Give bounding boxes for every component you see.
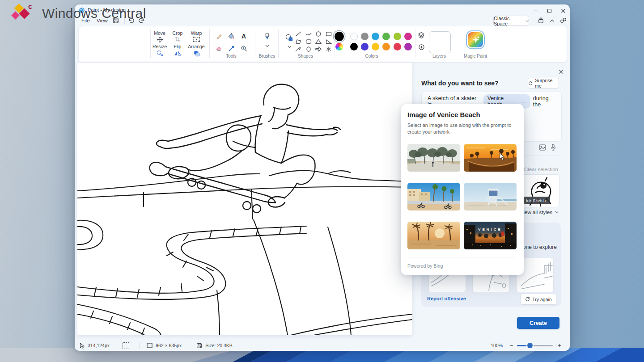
menu-file[interactable]: File: [77, 16, 94, 25]
try-again-label: Try again: [532, 297, 551, 302]
color-swatch[interactable]: [382, 43, 390, 51]
color-swatch[interactable]: [361, 43, 369, 51]
add-layer-button[interactable]: [417, 43, 426, 51]
venice-photo-boardwalk[interactable]: [407, 183, 460, 210]
magnifier-tool[interactable]: [238, 44, 249, 52]
color-swatch[interactable]: [394, 33, 401, 40]
color-swatch[interactable]: [394, 43, 401, 51]
eyedropper-tool[interactable]: [226, 44, 237, 52]
arrange-icon: [193, 50, 200, 57]
color-swatch[interactable]: [372, 43, 379, 51]
redo-button[interactable]: [137, 16, 147, 25]
menu-view[interactable]: View: [92, 16, 112, 25]
link-settings-button[interactable]: [559, 16, 568, 25]
colors-group-label: Colors: [359, 54, 384, 59]
brushes-button[interactable]: [262, 32, 272, 41]
pencil-icon: [216, 33, 222, 40]
ellipse-shape-icon: [315, 31, 322, 37]
create-button[interactable]: Create: [517, 317, 559, 329]
collapse-ribbon-button[interactable]: [547, 16, 556, 25]
arrange-button[interactable]: [187, 49, 206, 57]
eraser-tool[interactable]: [213, 44, 224, 52]
color-swatch[interactable]: [382, 33, 390, 40]
color-swatch[interactable]: [404, 33, 412, 40]
flip-icon: [174, 50, 181, 56]
venice-sign-art: VENICE: [464, 222, 517, 249]
microphone-button[interactable]: [549, 143, 557, 152]
selected-color-swatch[interactable]: [335, 32, 344, 41]
zoom-value: 100%: [491, 343, 503, 348]
shape-star[interactable]: [326, 46, 332, 52]
maximize-button[interactable]: [542, 5, 556, 16]
shape-quadrilateral[interactable]: [295, 39, 301, 44]
shape-ellipse[interactable]: [315, 31, 322, 37]
color-swatch[interactable]: [404, 43, 412, 51]
save-button[interactable]: [111, 16, 121, 25]
flip-button[interactable]: [169, 49, 186, 57]
right-triangle-shape-icon: [326, 39, 332, 44]
line-shape-icon: [295, 31, 301, 37]
selection-icon: [123, 342, 129, 349]
resize-button[interactable]: [151, 49, 168, 57]
color-swatch[interactable]: [372, 33, 379, 40]
add-image-button[interactable]: [538, 143, 547, 152]
color-swatch[interactable]: [350, 43, 358, 51]
zoom-slider[interactable]: [517, 345, 553, 346]
powered-by-bing: Powered by Bing: [407, 263, 443, 269]
close-button[interactable]: [556, 5, 570, 16]
shape-rounded-rectangle[interactable]: [305, 39, 312, 44]
venice-photo-venice-sign[interactable]: VENICE: [464, 222, 517, 249]
pencil-tool[interactable]: [213, 32, 224, 40]
shape-triangle[interactable]: [315, 39, 322, 44]
share-button[interactable]: [536, 16, 546, 25]
color-swatch[interactable]: [350, 33, 358, 40]
shape-line[interactable]: [295, 31, 301, 37]
save-icon: [113, 17, 119, 24]
color-swatch[interactable]: [361, 33, 369, 40]
minimize-button[interactable]: [529, 5, 542, 16]
crop-icon: [174, 36, 181, 42]
popup-divider: [407, 257, 517, 257]
crop-button[interactable]: [169, 36, 186, 43]
report-offensive-link[interactable]: Report offensive: [427, 296, 466, 301]
color-wheel-button[interactable]: [335, 43, 343, 51]
maximize-icon: [547, 8, 552, 13]
panel-close-button[interactable]: [556, 67, 565, 76]
drawing-canvas[interactable]: [77, 63, 412, 335]
venice-photo-sunset-skatepark[interactable]: [464, 144, 517, 172]
view-all-styles-label: View all styles: [520, 210, 552, 215]
workspace-dropdown[interactable]: Classic Space: [493, 16, 529, 26]
shape-curve[interactable]: [305, 31, 312, 37]
chevron-up-icon: [550, 19, 555, 22]
magic-paint-button[interactable]: [468, 32, 483, 47]
shapes-dropdown[interactable]: [286, 45, 293, 49]
chip-more-icon[interactable]: …: [521, 98, 526, 105]
shape-right-triangle[interactable]: [326, 39, 332, 44]
redo-icon: [139, 17, 145, 24]
fill-tool[interactable]: [226, 32, 237, 40]
oval-shape-icon: [305, 46, 312, 52]
venice-photo-lifeguard-tower[interactable]: [464, 183, 517, 210]
surprise-me-button[interactable]: Surprise me: [528, 78, 559, 88]
warp-button[interactable]: [187, 36, 206, 43]
triangle-shape-icon: [315, 39, 322, 44]
shape-rectangle[interactable]: [326, 31, 332, 37]
venice-photo-palm-walkway[interactable]: [407, 144, 460, 172]
try-again-button[interactable]: Try again: [521, 294, 556, 305]
shape-curved-arrow[interactable]: [295, 46, 301, 52]
view-all-styles-link[interactable]: View all styles: [519, 210, 560, 215]
zoom-slider-thumb[interactable]: [527, 343, 533, 348]
shape-oval[interactable]: [305, 46, 312, 52]
shape-block-arrow[interactable]: [315, 46, 322, 52]
zoom-in-button[interactable]: +: [553, 342, 566, 349]
layer-thumbnail[interactable]: [429, 31, 451, 53]
venice-photo-golden-palms[interactable]: [407, 222, 460, 249]
text-tool[interactable]: A: [238, 32, 249, 40]
undo-button[interactable]: [126, 16, 136, 25]
zoom-out-button[interactable]: −: [505, 342, 517, 349]
shape-picker-button[interactable]: [284, 33, 295, 42]
layers-stack-button[interactable]: [417, 31, 426, 39]
move-button[interactable]: [151, 36, 168, 43]
status-bar: 314,124px 962 × 635px Size: 20.4KB 100% …: [80, 339, 566, 352]
brushes-dropdown[interactable]: [263, 44, 271, 48]
